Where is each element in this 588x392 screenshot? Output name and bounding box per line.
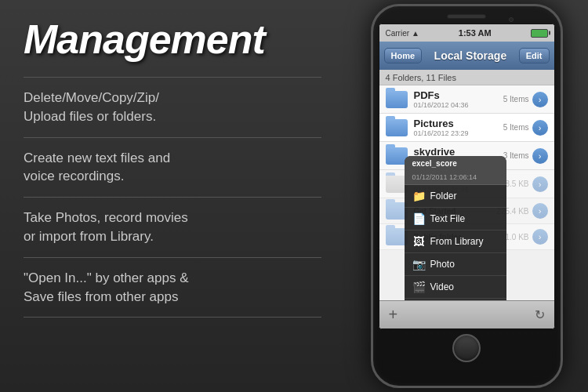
phone-screen: Carrier ▲ 1:53 AM Home Local Storage Edi… [379, 24, 555, 329]
context-label: Folder [430, 191, 457, 201]
chevron-right-icon[interactable]: › [532, 92, 548, 107]
library-icon: 🖼 [412, 235, 425, 248]
context-menu-header: excel_score 01/12/2011 12:06:14 [405, 156, 506, 185]
battery-indicator [531, 29, 548, 38]
chevron-right-icon[interactable]: › [532, 120, 548, 136]
chevron-right-icon[interactable]: › [532, 203, 548, 219]
feature-text-2: Create new text files andvoice recording… [24, 151, 170, 184]
context-menu[interactable]: excel_score 01/12/2011 12:06:14 📁 Folder… [405, 156, 506, 300]
table-row[interactable]: Pictures 01/16/2012 23:29 5 Items › [379, 114, 554, 142]
context-menu-item-photo[interactable]: 📷 Photo [405, 253, 506, 276]
folder-icon [386, 119, 408, 136]
battery-bar [531, 29, 548, 38]
context-menu-item-voice[interactable]: 🎤 Voice Recording [405, 299, 506, 300]
chevron-right-icon[interactable]: › [532, 229, 548, 245]
file-info: PDFs 01/16/2012 04:36 [414, 89, 503, 109]
file-meta: 01/16/2012 23:29 [414, 129, 503, 137]
home-button-physical[interactable] [452, 334, 481, 362]
context-file-date: 01/12/2011 12:06:14 [412, 173, 477, 181]
photo-icon: 📷 [412, 258, 425, 270]
feature-item-1: Delete/Move/Copy/Zip/Upload files or fol… [24, 77, 321, 137]
context-label: Photo [430, 259, 455, 270]
context-label: Text File [430, 213, 466, 224]
phone-device: Carrier ▲ 1:53 AM Home Local Storage Edi… [371, 4, 563, 388]
file-list-wrapper: PDFs 01/16/2012 04:36 5 Items › Pictures… [379, 85, 554, 300]
nav-title: Local Storage [434, 49, 507, 62]
folder-icon: 📁 [412, 190, 425, 202]
feature-item-3: Take Photos, record moviesor import from… [24, 197, 321, 257]
file-name: Pictures [414, 118, 503, 129]
status-time: 1:53 AM [459, 28, 492, 38]
main-title: Management [24, 16, 321, 63]
file-count: 1.0 KB [505, 233, 528, 241]
carrier-label: Carrier [386, 29, 410, 38]
context-menu-item-textfile[interactable]: 📄 Text File [405, 208, 506, 230]
context-label: From Library [430, 236, 484, 247]
phone-speaker [447, 14, 486, 19]
table-row[interactable]: PDFs 01/16/2012 04:36 5 Items › [379, 85, 554, 114]
add-button[interactable]: + [389, 306, 398, 324]
home-button[interactable]: Home [384, 48, 423, 64]
edit-button[interactable]: Edit [519, 48, 550, 64]
refresh-button[interactable]: ↻ [535, 307, 545, 322]
phone-camera [509, 17, 514, 22]
context-menu-item-video[interactable]: 🎬 Video [405, 276, 506, 299]
carrier-info: Carrier ▲ [386, 29, 419, 38]
feature-text-3: Take Photos, record moviesor import from… [24, 210, 188, 244]
nav-bar: Home Local Storage Edit [379, 42, 554, 70]
folder-icon [386, 91, 408, 108]
context-menu-item-library[interactable]: 🖼 From Library [405, 230, 506, 253]
file-name: PDFs [414, 89, 503, 101]
file-count: 5 Items [503, 123, 529, 132]
file-count: 5 Items [503, 95, 529, 103]
wifi-icon: ▲ [412, 29, 419, 38]
chevron-right-icon[interactable]: › [532, 148, 548, 164]
file-count: 3 Items [503, 151, 529, 160]
file-count-header: 4 Folders, 11 Files [379, 70, 554, 85]
context-menu-item-folder[interactable]: 📁 Folder [405, 185, 506, 208]
feature-item-2: Create new text files andvoice recording… [24, 137, 321, 198]
context-label: Video [430, 281, 454, 292]
right-panel: Carrier ▲ 1:53 AM Home Local Storage Edi… [345, 0, 588, 392]
status-bar: Carrier ▲ 1:53 AM [379, 24, 554, 42]
chevron-right-icon[interactable]: › [532, 176, 548, 192]
feature-text-4: "Open In..." by other apps &Save files f… [24, 270, 189, 304]
feature-item-4: "Open In..." by other apps &Save files f… [24, 257, 321, 318]
file-count: 8.5 KB [505, 180, 528, 188]
video-icon: 🎬 [412, 281, 425, 293]
feature-text-1: Delete/Move/Copy/Zip/Upload files or fol… [24, 90, 159, 124]
text-file-icon: 📄 [412, 212, 425, 225]
file-meta: 01/16/2012 04:36 [414, 101, 503, 109]
left-panel: Management Delete/Move/Copy/Zip/Upload f… [0, 0, 345, 392]
bottom-toolbar: + ↻ [379, 300, 554, 328]
file-info: Pictures 01/16/2012 23:29 [414, 118, 503, 137]
context-file-name: excel_score [412, 159, 457, 168]
